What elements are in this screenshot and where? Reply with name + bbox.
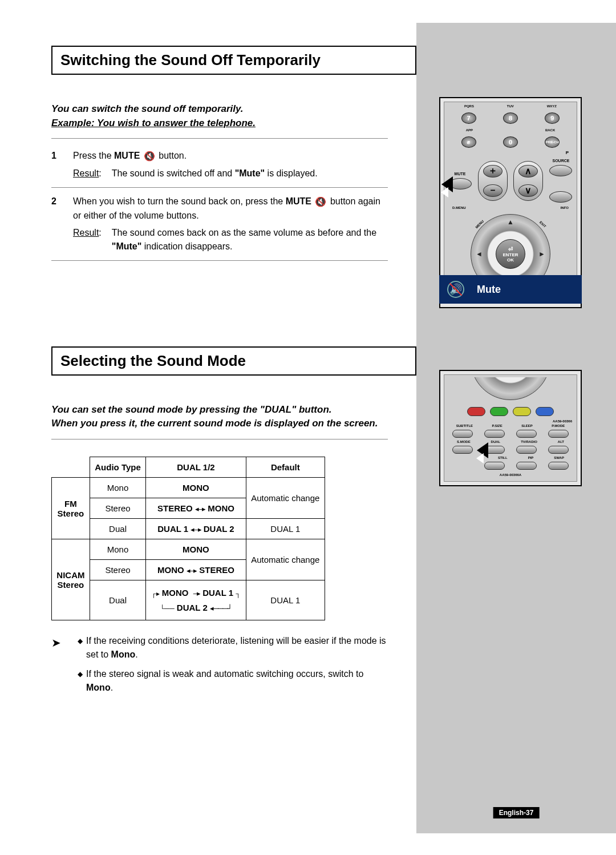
source-key <box>549 165 572 176</box>
key-8: 8 <box>503 112 518 124</box>
bullet-icon: ◆ <box>78 669 83 695</box>
divider <box>51 439 388 439</box>
ch-up-icon: ∧ <box>518 165 538 178</box>
col-dual: DUAL 1/2 <box>146 457 246 478</box>
exit-label: EXIT <box>538 220 546 228</box>
main-content: Switching the Sound Off Temporarily You … <box>0 23 416 723</box>
key-9: 9 <box>545 112 560 124</box>
aux-key <box>549 191 572 203</box>
sound-mode-table: Audio Type DUAL 1/2 Default FM Stereo Mo… <box>51 457 325 620</box>
key-blank: ⎚ <box>461 136 476 148</box>
arrow-right-icon: ► <box>538 250 545 258</box>
double-arrow-icon: ◂–▸ <box>195 505 205 513</box>
intro-line1: You can switch the sound off temporarily… <box>51 102 388 116</box>
osd-mute-indicator: 🔊 Mute <box>439 275 582 304</box>
step-2: 2 When you wish to turn the sound back o… <box>51 188 388 261</box>
key-label-pqrs: PQRS <box>464 104 474 108</box>
ch-down-icon: ∨ <box>518 184 538 197</box>
volume-rocker: ＋ － <box>478 161 508 201</box>
sidebar-column: PQRS TUV WXYZ 7 8 9 APP BACK ⎚ 0 PRE-CH … <box>416 23 616 833</box>
section-heading-mute: Switching the Sound Off Temporarily <box>51 46 416 75</box>
bullet-icon: ◆ <box>78 636 83 662</box>
arrow-up-icon: ▲ <box>507 218 514 226</box>
nicam-stereo-label: NICAM Stereo <box>52 539 90 620</box>
double-arrow-icon: ◂–▸ <box>187 566 197 575</box>
key-label-tuv: TUV <box>507 104 514 108</box>
col-audio-type: Audio Type <box>90 457 145 478</box>
section-heading-sound-mode: Selecting the Sound Mode <box>51 346 416 376</box>
key-label-back: BACK <box>545 128 555 132</box>
arrow-right-icon: –▸ <box>193 589 200 598</box>
osd-mute-text: Mute <box>477 284 501 296</box>
blue-button <box>536 407 554 416</box>
channel-rocker: ∧ ∨ <box>513 161 543 201</box>
divider <box>51 138 388 139</box>
dmenu-label: D.MENU <box>452 206 466 209</box>
step-1: 1 Press the MUTE 🔇 button. Result: The s… <box>51 142 388 188</box>
key-7: 7 <box>461 112 476 124</box>
key-label-app: APP <box>466 128 473 132</box>
arrow-left-icon: ◂───┘ <box>210 604 232 612</box>
vol-up-icon: ＋ <box>483 165 502 178</box>
key-prech: PRE-CH <box>545 136 560 148</box>
key-label-wxyz: WXYZ <box>547 104 557 108</box>
fm-stereo-label: FM Stereo <box>52 478 90 539</box>
mute-key-label: MUTE <box>455 172 466 176</box>
green-button <box>490 407 508 416</box>
mute-osd-icon: 🔊 <box>447 281 464 298</box>
mute-key <box>449 178 472 189</box>
intro2-line1: You can set the sound mode by pressing t… <box>51 403 388 417</box>
arrow-left-icon: ◄ <box>476 250 483 258</box>
vol-down-icon: － <box>483 184 502 197</box>
red-button <box>467 407 485 416</box>
intro2-line2: When you press it, the current sound mod… <box>51 417 388 431</box>
mute-icon: 🔇 <box>315 195 326 209</box>
note-indicator-icon: ➤ <box>51 634 78 700</box>
yellow-button <box>513 407 531 416</box>
dual-key <box>484 446 505 454</box>
intro-line2: Example: You wish to answer the telephon… <box>51 116 388 131</box>
remote-illustration-bottom: ◄ ► ENTER OK AA59-00366 SUBTITLE P.SIZE … <box>439 370 582 486</box>
mute-icon: 🔇 <box>144 150 155 163</box>
double-arrow-icon: ◂–▸ <box>191 525 201 534</box>
source-key-label: SOURCE <box>552 159 569 163</box>
col-default: Default <box>246 457 325 478</box>
page-number: English-37 <box>493 807 540 818</box>
notes-block: ➤ ◆ If the receiving conditions deterior… <box>51 634 388 700</box>
enter-button: ⏎ ENTER OK <box>496 239 525 269</box>
menu-label: MENU <box>475 220 484 229</box>
info-label: INFO <box>561 206 569 209</box>
remote-model: AA59-00366A <box>444 471 577 477</box>
p-label: P <box>444 150 577 155</box>
key-0: 0 <box>503 136 518 148</box>
